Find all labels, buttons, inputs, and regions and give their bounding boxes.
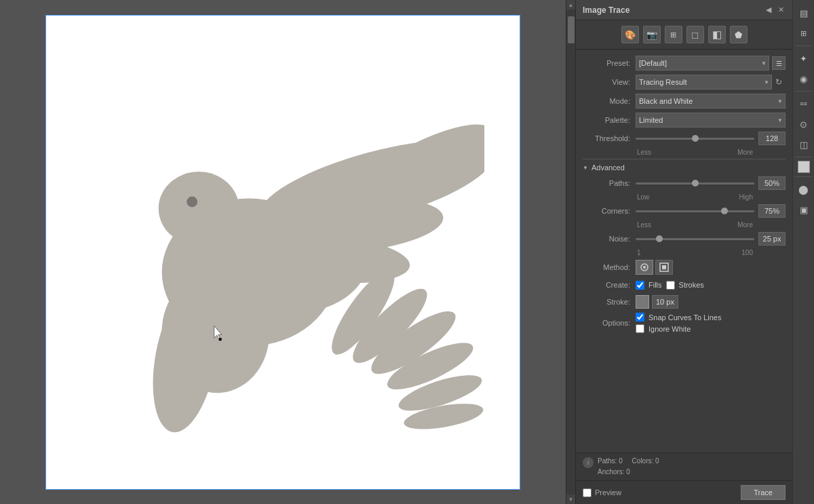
auto-color-preset-btn[interactable]: 🎨 <box>621 26 639 43</box>
paths-high-label: High <box>739 193 753 201</box>
paths-slider-thumb[interactable] <box>692 180 699 187</box>
method-btn-2[interactable] <box>655 260 673 275</box>
snap-curves-checkbox[interactable] <box>636 313 644 322</box>
view-label: View: <box>583 78 630 86</box>
bw-preset-btn[interactable]: ◧ <box>708 26 726 43</box>
palette-select[interactable]: Limited <box>636 113 786 128</box>
view-select[interactable]: Tracing Result <box>636 75 772 90</box>
preview-check-row: Preview <box>583 488 621 497</box>
create-row: Create: Fills Strokes <box>576 277 792 293</box>
scroll-down-arrow[interactable]: ▼ <box>566 495 576 504</box>
corners-less-label: Less <box>637 221 651 229</box>
panel-collapse-btn[interactable]: ◀ <box>764 5 773 14</box>
appearance-icon[interactable]: ⬤ <box>794 180 813 199</box>
corners-slider-thumb[interactable] <box>721 208 728 214</box>
stroke-swatch[interactable] <box>636 295 649 309</box>
brushes-icon[interactable]: ≡≡ <box>794 94 813 113</box>
paths-labels: Low High <box>636 193 754 201</box>
ignore-white-label: Ignore White <box>648 325 691 333</box>
corners-value[interactable]: 75% <box>758 204 786 218</box>
threshold-labels: Less More <box>636 149 754 156</box>
svg-rect-22 <box>662 265 666 269</box>
noise-slider-container[interactable] <box>636 233 754 244</box>
scroll-thumb[interactable] <box>568 16 575 43</box>
strokes-checkbox[interactable] <box>666 281 675 290</box>
advanced-label: Advanced <box>592 163 625 172</box>
method-label: Method: <box>583 263 630 271</box>
snap-curves-row: Snap Curves To Lines <box>636 313 721 322</box>
preview-checkbox[interactable] <box>583 488 592 497</box>
threshold-slider-thumb[interactable] <box>692 135 699 142</box>
threshold-less-label: Less <box>637 149 651 156</box>
palette-label: Palette: <box>583 116 630 124</box>
stroke-value[interactable]: 10 px <box>652 295 678 309</box>
corners-slider-container[interactable] <box>636 206 754 216</box>
palette-control: Limited ▼ <box>636 113 786 128</box>
mode-select[interactable]: Black and White <box>636 94 786 109</box>
create-checkboxes: Fills Strokes <box>636 281 704 290</box>
svg-point-20 <box>643 266 646 269</box>
options-row: Options: Snap Curves To Lines Ignore Whi… <box>576 311 792 335</box>
corners-label: Corners: <box>583 207 630 215</box>
stroke-label: Stroke: <box>583 298 630 306</box>
libraries-icon[interactable]: ✦ <box>794 49 813 68</box>
stroke-row: Stroke: 10 px <box>576 293 792 311</box>
view-row: View: Tracing Result ▼ ↻ <box>576 73 792 92</box>
colors-stat-value: 0 <box>655 457 659 465</box>
threshold-more-label: More <box>737 149 753 156</box>
corners-labels-row: Less More <box>576 220 792 230</box>
view-refresh-btn[interactable]: ↻ <box>772 75 786 89</box>
symbols-icon[interactable]: ⊙ <box>794 115 813 134</box>
threshold-slider-container[interactable] <box>636 133 754 144</box>
noise-labels-row: 1 100 <box>576 248 792 258</box>
panel-close-btn[interactable]: ✕ <box>777 5 786 14</box>
artboard <box>45 15 520 490</box>
threshold-control: 128 <box>636 132 786 145</box>
paths-row: Paths: 50% <box>576 174 792 192</box>
stats-row: i Paths: 0 Colors: 0 Anchors: 0 <box>576 452 792 480</box>
paths-stat-value: 0 <box>619 457 623 465</box>
paths-value[interactable]: 50% <box>758 176 786 190</box>
svg-rect-18 <box>219 338 222 341</box>
method-btn-1[interactable] <box>636 260 653 275</box>
ignore-white-checkbox[interactable] <box>636 324 644 333</box>
ignore-white-row: Ignore White <box>636 324 721 333</box>
transform-icon[interactable]: ▣ <box>794 200 813 219</box>
preset-select-wrapper: [Default] ▼ <box>636 56 769 71</box>
noise-value[interactable]: 25 px <box>758 232 786 246</box>
preview-label: Preview <box>595 488 621 497</box>
high-color-preset-btn[interactable]: 📷 <box>643 26 661 43</box>
swatches-icon[interactable]: ◉ <box>794 69 813 88</box>
canvas-area <box>0 0 566 504</box>
toolbar-divider-4 <box>795 176 812 177</box>
advanced-section-header[interactable]: ▼ Advanced <box>576 161 792 174</box>
paths-stat-label: Paths: <box>598 457 617 465</box>
view-control: Tracing Result ▼ ↻ <box>636 75 786 90</box>
fills-checkbox[interactable] <box>636 281 644 290</box>
paths-slider-container[interactable] <box>636 178 754 189</box>
trace-button[interactable]: Trace <box>741 485 786 500</box>
artboards-icon[interactable]: ⊞ <box>794 24 813 43</box>
colors-stat-label: Colors: <box>632 457 654 465</box>
vertical-scrollbar[interactable]: ▲ ▼ <box>566 0 575 504</box>
create-control: Fills Strokes <box>636 281 786 290</box>
graphic-styles-icon[interactable]: ◫ <box>794 135 813 154</box>
options-control: Snap Curves To Lines Ignore White <box>636 313 786 333</box>
preset-list-btn[interactable]: ☰ <box>772 56 786 70</box>
fills-label: Fills <box>648 281 662 289</box>
grayscale-preset-btn[interactable]: □ <box>686 26 704 43</box>
view-select-wrapper: Tracing Result ▼ <box>636 75 772 90</box>
create-label: Create: <box>583 281 630 289</box>
noise-slider-thumb[interactable] <box>656 235 663 242</box>
outline-preset-btn[interactable]: ⬟ <box>730 26 748 43</box>
layers-icon[interactable]: ▤ <box>794 3 813 22</box>
method-row: Method: <box>576 258 792 277</box>
corners-labels: Less More <box>636 221 754 229</box>
color-swatch-white[interactable] <box>798 161 810 173</box>
bird-illustration <box>81 51 484 453</box>
preset-select[interactable]: [Default] <box>636 56 769 71</box>
low-color-preset-btn[interactable]: ⊞ <box>665 26 682 43</box>
scroll-up-arrow[interactable]: ▲ <box>566 0 576 9</box>
threshold-value[interactable]: 128 <box>758 132 786 145</box>
toolbar-divider-3 <box>795 157 812 157</box>
